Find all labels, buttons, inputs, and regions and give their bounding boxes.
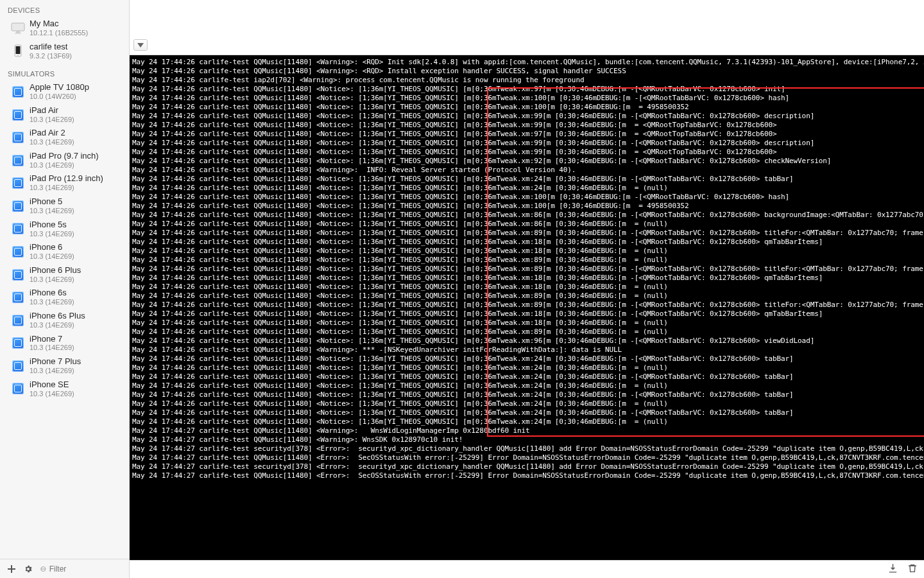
iphone-device-icon: [9, 44, 27, 57]
device-subtitle: 10.12.1 (16B2555): [30, 29, 88, 37]
save-log-button[interactable]: [887, 563, 898, 576]
simulator-name: iPad Air: [30, 106, 74, 116]
simulator-subtitle: 10.3 (14E269): [30, 298, 74, 306]
simulator-row[interactable]: iPad Air 2 10.3 (14E269): [0, 126, 129, 149]
download-icon: [887, 563, 898, 574]
simulator-icon: [9, 315, 27, 326]
svg-rect-1: [16, 31, 20, 33]
simulator-row[interactable]: iPhone SE 10.3 (14E269): [0, 378, 129, 401]
simulator-name: iPhone 5: [30, 197, 74, 207]
plus-icon: [7, 565, 16, 574]
main-footer: [130, 560, 924, 578]
simulator-icon: [9, 269, 27, 281]
simulator-name: iPhone 6s: [30, 288, 74, 298]
svg-rect-2: [15, 33, 21, 34]
simulator-row[interactable]: Apple TV 1080p 10.0 (14W260): [0, 80, 129, 103]
simulator-subtitle: 10.3 (14E269): [30, 138, 74, 146]
device-row[interactable]: My Mac 10.12.1 (16B2555): [0, 17, 129, 40]
simulator-name: iPhone 7: [30, 335, 74, 344]
device-name: My Mac: [30, 19, 88, 29]
simulator-subtitle: 10.3 (14E269): [30, 184, 103, 192]
simulator-subtitle: 10.3 (14E269): [30, 116, 74, 124]
clear-log-button[interactable]: [907, 563, 918, 576]
simulator-name: iPhone SE: [30, 380, 74, 390]
simulator-subtitle: 10.3 (14E269): [30, 390, 74, 398]
simulator-subtitle: 10.3 (14E269): [30, 230, 74, 238]
simulator-icon: [9, 86, 27, 98]
simulator-subtitle: 10.3 (14E269): [30, 344, 74, 352]
device-name: carlife test: [30, 42, 72, 52]
simulator-row[interactable]: iPhone 7 Plus 10.3 (14E269): [0, 355, 129, 378]
simulator-row[interactable]: iPhone 5s 10.3 (14E269): [0, 218, 129, 241]
svg-point-5: [17, 55, 19, 56]
device-row[interactable]: carlife test 9.3.2 (13F69): [0, 40, 129, 63]
simulator-icon: [9, 337, 27, 349]
trash-icon: [907, 563, 918, 574]
filter-icon: [40, 565, 47, 573]
device-subtitle: 9.3.2 (13F69): [30, 52, 72, 60]
simulator-row[interactable]: iPhone 6s 10.3 (14E269): [0, 286, 129, 309]
simulator-subtitle: 10.3 (14E269): [30, 367, 81, 375]
simulator-icon: [9, 223, 27, 234]
simulator-icon: [9, 109, 27, 121]
console-process-dropdown[interactable]: [133, 39, 148, 51]
simulator-row[interactable]: iPhone 6 Plus 10.3 (14E269): [0, 263, 129, 286]
device-console-log[interactable]: May 24 17:44:26 carlife-test QQMusic[114…: [130, 55, 924, 560]
simulator-icon: [9, 360, 27, 372]
sidebar: DEVICES My Mac 10.12.1 (16B2555) carlife…: [0, 0, 130, 578]
simulator-subtitle: 10.3 (14E269): [30, 321, 85, 329]
simulator-row[interactable]: iPad Pro (12.9 inch) 10.3 (14E269): [0, 171, 129, 195]
simulator-name: iPhone 5s: [30, 220, 74, 230]
simulator-row[interactable]: iPhone 6 10.3 (14E269): [0, 240, 129, 263]
simulator-icon: [9, 246, 27, 258]
simulator-icon: [9, 383, 27, 394]
svg-rect-4: [16, 46, 21, 54]
simulator-row[interactable]: iPad Pro (9.7 inch) 10.3 (14E269): [0, 149, 129, 172]
simulator-name: Apple TV 1080p: [30, 83, 89, 92]
simulator-subtitle: 10.3 (14E269): [30, 252, 74, 261]
simulator-icon: [9, 292, 27, 303]
simulator-name: iPad Pro (9.7 inch): [30, 152, 99, 161]
sidebar-footer: [0, 559, 129, 578]
simulator-icon: [9, 155, 27, 166]
filter-input[interactable]: [49, 565, 123, 574]
simulator-row[interactable]: iPhone 7 10.3 (14E269): [0, 332, 129, 355]
simulator-row[interactable]: iPad Air 10.3 (14E269): [0, 103, 129, 127]
main-toolbar: [130, 0, 924, 55]
filter-field[interactable]: [37, 565, 125, 574]
simulator-icon: [9, 177, 27, 189]
imac-icon: [9, 22, 27, 34]
simulator-subtitle: 10.3 (14E269): [30, 207, 74, 215]
simulators-section-header: SIMULATORS: [0, 66, 129, 80]
add-button[interactable]: [4, 561, 19, 577]
simulator-icon: [9, 200, 27, 212]
simulator-row[interactable]: iPhone 5 10.3 (14E269): [0, 195, 129, 218]
gear-icon: [24, 565, 33, 574]
simulator-name: iPad Pro (12.9 inch): [30, 174, 103, 184]
simulator-icon: [9, 132, 27, 143]
simulator-row[interactable]: iPhone 6s Plus 10.3 (14E269): [0, 309, 129, 332]
simulator-name: iPhone 6s Plus: [30, 311, 85, 321]
simulator-name: iPhone 6: [30, 243, 74, 252]
simulator-subtitle: 10.3 (14E269): [30, 161, 99, 170]
svg-rect-0: [12, 23, 24, 31]
simulator-subtitle: 10.0 (14W260): [30, 92, 89, 101]
simulator-subtitle: 10.3 (14E269): [30, 276, 81, 284]
simulator-name: iPhone 6 Plus: [30, 266, 81, 276]
chevron-down-icon: [137, 43, 144, 48]
settings-button[interactable]: [21, 561, 36, 577]
devices-section-header: DEVICES: [0, 3, 129, 17]
simulator-name: iPad Air 2: [30, 128, 74, 138]
simulator-name: iPhone 7 Plus: [30, 357, 81, 367]
